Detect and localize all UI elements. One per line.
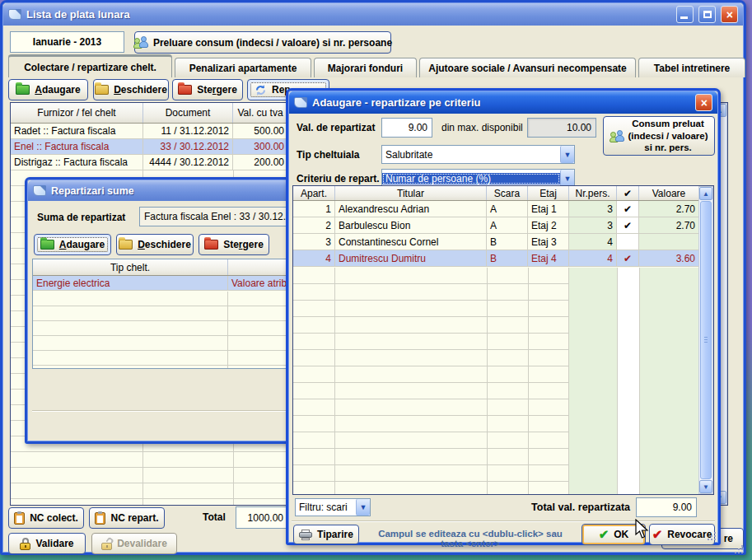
total-repartizata-field: 9.00 [636, 497, 697, 517]
scroll-thumb[interactable] [700, 201, 712, 479]
apartament-row[interactable]: 3 Constantinescu Cornel B Etaj 3 4 [293, 234, 713, 250]
validare-label: Validare [35, 538, 73, 549]
check-icon: ✔ [617, 250, 639, 267]
dialog-resize-grip[interactable] [707, 531, 717, 541]
check-icon: ✔ [617, 217, 639, 234]
validare-button[interactable]: Validare [8, 533, 86, 554]
minimize-button[interactable] [676, 6, 694, 23]
revocare-button[interactable]: ✔ Revocare [649, 524, 715, 545]
repart-stergere-button[interactable]: Stergere [199, 234, 269, 255]
main-titlebar[interactable]: Lista de plata lunara × [3, 3, 743, 26]
green-folder-icon [16, 85, 30, 95]
tiparire-button[interactable]: Tiparire [293, 525, 359, 544]
col-etaj[interactable]: Etaj [528, 186, 569, 200]
val-repartizat-field[interactable]: 9.00 [381, 118, 432, 138]
apartamente-table: Apart. Titular Scara Etaj Nr.pers. ✔ Val… [292, 185, 714, 495]
col-valoare[interactable]: Valoare [639, 186, 699, 200]
consum-preluat-label: Consum preluat (indecsi / valoare) si nr… [628, 118, 708, 153]
close-icon: × [726, 9, 732, 21]
lock-closed-icon [20, 538, 30, 550]
nc-repart-button[interactable]: NC repart. [89, 507, 165, 529]
criteriu-value: Numar de persoane (%) [382, 173, 560, 184]
devalidare-button[interactable]: Devalidare [91, 533, 177, 554]
deschidere-label: Deschidere [138, 239, 191, 250]
red-check-icon: ✔ [652, 527, 663, 542]
tiparire-label: Tiparire [317, 529, 353, 540]
suma-value: Factura fiscala Enel : 33 / 30.12.2012 [144, 211, 308, 222]
deschidere-button[interactable]: Deschidere [93, 79, 169, 100]
yellow-folder-icon [95, 85, 109, 95]
people-icon [610, 130, 624, 142]
tab-colectare-repartizare[interactable]: Colectare / repartizare chelt. [8, 54, 172, 77]
tab-ajutoare-sociale[interactable]: Ajutoare sociale / Avansuri necompensate [419, 58, 636, 77]
scroll-down-icon[interactable]: ▼ [699, 480, 712, 493]
nc-colect-label: NC colect. [30, 512, 78, 524]
tip-cheltuiala-combo[interactable]: Salubritate ▼ [381, 145, 575, 164]
apartament-row[interactable]: 1 Alexandrescu Adrian A Etaj 1 3 ✔ 2.70 [293, 201, 713, 217]
chevron-down-icon[interactable]: ▼ [356, 499, 370, 516]
close-button[interactable]: × [721, 6, 738, 23]
devalidare-label: Devalidare [117, 538, 167, 549]
dialog-divider [292, 520, 715, 522]
repartizari-title: Repartizari sume [51, 185, 134, 197]
col-document[interactable]: Document [143, 103, 233, 123]
chevron-down-icon[interactable]: ▼ [560, 146, 574, 163]
apartamente-table-scrollbar[interactable]: ▲ ▼ [698, 186, 713, 494]
main-resize-grip[interactable] [734, 544, 744, 554]
scroll-up-icon[interactable]: ▲ [699, 187, 712, 200]
green-folder-icon [40, 240, 54, 250]
col-apart[interactable]: Apart. [293, 186, 335, 200]
dialog-titlebar[interactable]: Adaugare - repartizare pe criteriu × [289, 91, 717, 114]
col-check[interactable]: ✔ [617, 186, 639, 200]
adaugare-dialog: Adaugare - repartizare pe criteriu × Val… [286, 88, 721, 545]
apartament-row[interactable]: 2 Barbulescu Bion A Etaj 2 3 ✔ 2.70 [293, 217, 713, 234]
adaugare-button[interactable]: Adaugare [8, 79, 88, 100]
filtru-scari-value: Filtru: scari [296, 502, 356, 513]
tab-penalizari-apartamente[interactable]: Penalizari apartamente [175, 58, 311, 77]
consum-preluat-button[interactable]: Consum preluat (indecsi / valoare) si nr… [603, 116, 715, 156]
refresh-icon [255, 84, 267, 96]
month-field-value: Ianuarie - 2013 [33, 36, 101, 48]
red-folder-icon [178, 85, 192, 95]
nc-colect-button[interactable]: NC colect. [8, 507, 84, 529]
col-furnizor[interactable]: Furnizor / fel chelt [11, 103, 143, 123]
total-label: Total [203, 511, 226, 523]
stergere-button[interactable]: Stergere [172, 79, 243, 100]
col-titular[interactable]: Titular [335, 186, 487, 200]
suma-label: Suma de repartizat [37, 212, 125, 223]
dialog-close-button[interactable]: × [695, 94, 712, 111]
preluare-consum-button[interactable]: Preluare consum (indecsi / valoare) si n… [134, 31, 391, 54]
total-value-field: 1000.00 [236, 506, 288, 529]
status-hint: Campul se editeaza cu <dublu-click> sau … [367, 529, 573, 548]
col-nrpers[interactable]: Nr.pers. [569, 186, 617, 200]
mouse-cursor [634, 519, 649, 540]
apartamente-table-header[interactable]: Apart. Titular Scara Etaj Nr.pers. ✔ Val… [293, 186, 713, 201]
yellow-folder-icon [119, 240, 133, 250]
tip-cheltuiala-label: Tip cheltuiala [297, 149, 359, 161]
apartament-row-selected[interactable]: 4 Dumitrescu Dumitru B Etaj 4 4 ✔ 3.60 [293, 250, 713, 267]
col-scara[interactable]: Scara [487, 186, 528, 200]
tab-label: Tabel intretinere [654, 63, 730, 74]
main-window-title: Lista de plata lunara [26, 8, 130, 21]
col-val-cu-tva[interactable]: Val. cu tva [233, 103, 288, 123]
total-repartizata-value: 9.00 [673, 502, 692, 513]
chevron-down-icon[interactable]: ▼ [560, 170, 574, 187]
filtru-scari-combo[interactable]: Filtru: scari ▼ [295, 498, 371, 516]
maximize-button[interactable] [698, 6, 716, 23]
close-icon: × [700, 97, 707, 109]
deschidere-label: Deschidere [114, 84, 167, 96]
revocare-label: Revocare [667, 529, 712, 540]
adaugare-label: Adaugare [59, 239, 105, 250]
month-field[interactable]: Ianuarie - 2013 [10, 31, 124, 53]
tab-label: Penalizari apartamente [189, 63, 297, 74]
col-tip-chelt[interactable]: Tip chelt. [33, 259, 228, 275]
check-icon [617, 234, 639, 250]
partial-button-label: re [724, 533, 733, 544]
maximize-icon [703, 11, 712, 18]
repart-adaugare-button[interactable]: Adaugare [34, 234, 111, 255]
nc-repart-label: NC repart. [110, 512, 158, 524]
max-disponibil-value: 10.00 [567, 122, 591, 133]
tab-majorari-fonduri[interactable]: Majorari fonduri [314, 58, 417, 77]
repart-deschidere-button[interactable]: Deschidere [116, 234, 194, 255]
tab-tabel-intretinere[interactable]: Tabel intretinere [638, 58, 745, 77]
